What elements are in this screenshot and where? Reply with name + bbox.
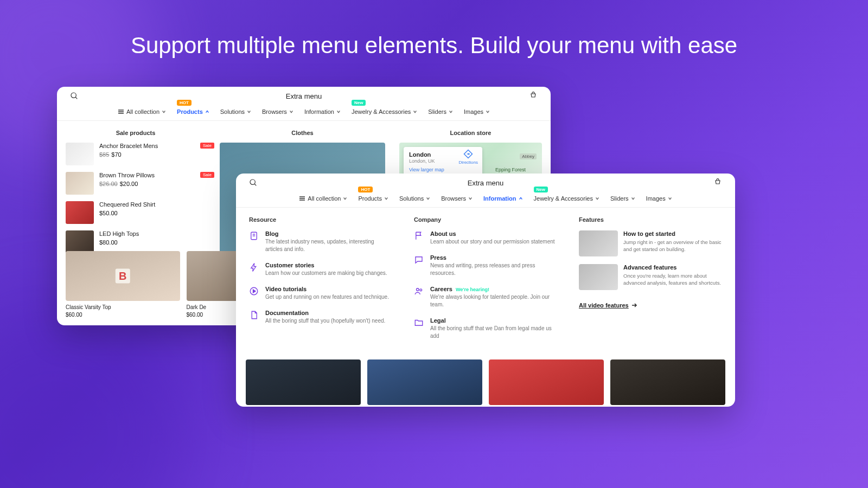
product-image [610, 359, 725, 405]
nav-information[interactable]: Information [304, 108, 341, 115]
product-image [66, 251, 180, 301]
svg-point-16 [420, 289, 422, 291]
users-icon [414, 286, 424, 296]
sale-item[interactable]: LED High Tops$80.00 [66, 230, 206, 253]
nav-jewelry[interactable]: NewJewelry & Accessories [352, 108, 417, 115]
company-press[interactable]: PressNews and writing, press releases an… [414, 254, 557, 277]
svg-marker-14 [253, 290, 256, 293]
sale-heading: Sale products [66, 130, 206, 136]
feature-advanced[interactable]: Advanced featuresOnce you're ready, lear… [579, 264, 722, 290]
document-icon [249, 231, 259, 241]
features-heading: Features [579, 216, 722, 223]
company-careers[interactable]: CareersWe're hearing!We're always lookin… [414, 286, 557, 309]
company-heading: Company [414, 216, 557, 223]
svg-point-5 [250, 179, 255, 184]
arrow-right-icon [631, 302, 637, 309]
resource-docs[interactable]: DocumentationAll the boring stuff that y… [249, 310, 392, 325]
search-icon[interactable] [249, 178, 258, 187]
sale-item[interactable]: Brown Throw Pillows$26.00$20.00Sale [66, 172, 206, 195]
nav-sliders[interactable]: Sliders [428, 108, 453, 115]
product-thumb [66, 230, 94, 253]
nav-solutions[interactable]: Solutions [399, 195, 430, 202]
product-thumb [66, 172, 94, 195]
nav-jewelry[interactable]: NewJewelry & Accessories [534, 195, 599, 202]
bolt-icon [249, 262, 259, 272]
resource-heading: Resource [249, 216, 392, 223]
nav-products[interactable]: HOTProducts [177, 108, 209, 115]
sale-item[interactable]: Anchor Bracelet Mens$85$70Sale [66, 143, 206, 165]
folder-icon [414, 318, 424, 328]
svg-point-15 [417, 288, 419, 291]
chat-icon [414, 255, 424, 265]
clothes-heading: Clothes [220, 130, 385, 136]
panel-information-mega: Extra menu All collection HOTProducts So… [236, 174, 735, 407]
product-card[interactable]: Classic Leather Jacket$80.00 [610, 359, 725, 407]
product-card[interactable]: Black Leather Bag$30.00 [246, 359, 361, 407]
nav-all-collection[interactable]: All collection [299, 195, 347, 202]
svg-line-1 [75, 97, 77, 99]
sale-item[interactable]: Chequered Red Shirt$50.00 [66, 201, 206, 224]
product-card[interactable]: Blue Silk Tuxedo$70.00 [367, 359, 482, 407]
nav-images[interactable]: Images [464, 108, 490, 115]
file-icon [249, 310, 259, 320]
location-heading: Location store [399, 130, 542, 136]
all-video-link[interactable]: All video features [579, 302, 637, 309]
product-image [489, 359, 604, 405]
view-larger-map-link[interactable]: View larger map [409, 167, 444, 172]
nav-browsers[interactable]: Browsers [441, 195, 473, 202]
nav-browsers[interactable]: Browsers [262, 108, 293, 115]
play-icon [249, 286, 259, 296]
product-thumb [66, 201, 94, 224]
search-icon[interactable] [70, 92, 79, 100]
product-thumb [66, 143, 94, 165]
nav-sliders[interactable]: Sliders [610, 195, 635, 202]
product-image [246, 359, 361, 405]
directions-button[interactable]: Directions [458, 149, 478, 165]
company-legal[interactable]: LegalAll the boring stuff that we Dan fr… [414, 317, 557, 340]
cart-icon[interactable] [713, 178, 722, 187]
nav-all-collection[interactable]: All collection [118, 108, 166, 115]
nav-images[interactable]: Images [646, 195, 672, 202]
product-card[interactable]: Chequered Red Shirt$50.00 [489, 359, 604, 407]
brand-label: Extra menu [286, 92, 322, 100]
svg-point-0 [71, 93, 76, 98]
svg-line-6 [254, 184, 256, 185]
nav-solutions[interactable]: Solutions [220, 108, 251, 115]
feature-thumb [579, 264, 618, 290]
page-headline: Support multiple menu elements. Build yo… [0, 33, 868, 59]
feature-getting-started[interactable]: How to get startedJump right in - get an… [579, 230, 722, 256]
nav-information[interactable]: Information [483, 195, 523, 202]
nav-products[interactable]: HOTProducts [358, 195, 388, 202]
resource-video[interactable]: Video tutorialsGet up and running on new… [249, 286, 392, 301]
brand-label: Extra menu [468, 179, 503, 187]
resource-blog[interactable]: BlogThe latest industry news, updates, i… [249, 230, 392, 253]
main-nav: All collection HOTProducts Solutions Bro… [236, 192, 735, 208]
product-card[interactable]: Classic Varsity Top$60.00 [66, 251, 180, 318]
company-about[interactable]: About usLearn about our story and our pe… [414, 230, 557, 246]
feature-thumb [579, 230, 618, 256]
cart-icon[interactable] [529, 92, 538, 100]
product-image [367, 359, 482, 405]
flag-icon [414, 231, 424, 241]
resource-customer-stories[interactable]: Customer storiesLearn how our customers … [249, 262, 392, 277]
main-nav: All collection HOTProducts Solutions Bro… [57, 105, 551, 121]
